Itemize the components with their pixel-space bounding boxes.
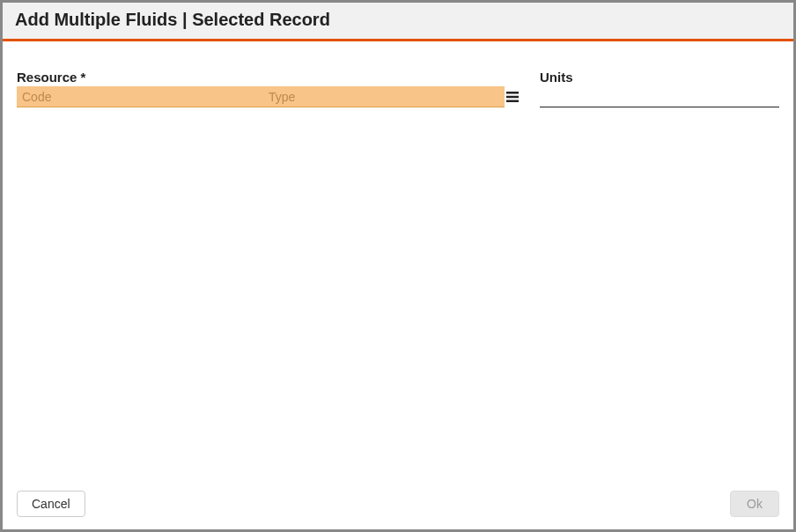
resource-label: Resource * — [17, 70, 519, 85]
dialog-body: Resource * Units — [3, 41, 793, 482]
resource-inputs-wrapper — [17, 86, 505, 107]
dialog: Add Multiple Fluids | Selected Record Re… — [2, 2, 794, 530]
dialog-title: Add Multiple Fluids | Selected Record — [15, 10, 781, 30]
ok-button[interactable]: Ok — [730, 491, 779, 517]
svg-rect-1 — [506, 96, 519, 99]
resource-type-input[interactable] — [263, 86, 505, 107]
svg-rect-2 — [506, 100, 519, 103]
units-input[interactable] — [540, 86, 779, 107]
cancel-button[interactable]: Cancel — [17, 491, 85, 517]
resource-menu-button[interactable] — [505, 86, 519, 107]
hamburger-icon — [506, 92, 519, 102]
resource-code-input[interactable] — [17, 86, 263, 107]
units-field-group: Units — [540, 70, 779, 107]
dialog-header: Add Multiple Fluids | Selected Record — [3, 3, 793, 41]
svg-rect-0 — [506, 92, 519, 94]
dialog-footer: Cancel Ok — [3, 482, 793, 529]
resource-field-group: Resource * — [17, 70, 519, 107]
resource-row — [17, 86, 519, 107]
units-label: Units — [540, 70, 779, 85]
